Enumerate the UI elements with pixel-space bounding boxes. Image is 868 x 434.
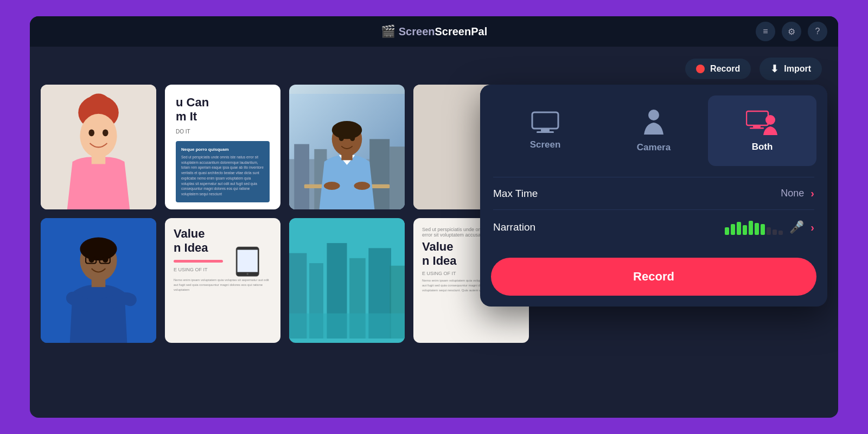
narration-row: Narration 🎤 › — [493, 209, 814, 245]
svg-point-5 — [103, 129, 108, 136]
mode-both-label: Both — [752, 142, 773, 152]
mode-selector: Screen Camera — [480, 85, 827, 177]
svg-rect-43 — [541, 129, 550, 131]
camera-icon — [643, 108, 665, 136]
max-time-label: Max Time — [493, 188, 538, 200]
svg-point-33 — [246, 273, 248, 275]
audio-bar — [767, 227, 771, 235]
audio-bar — [749, 221, 753, 235]
gallery-item-5[interactable] — [41, 218, 156, 343]
settings-button[interactable]: ⚙ — [782, 22, 801, 41]
microphone-icon[interactable]: 🎤 — [789, 220, 804, 234]
office-person-svg — [289, 94, 405, 209]
history-icon: ≡ — [763, 27, 768, 36]
svg-point-16 — [339, 135, 344, 141]
person-male-svg — [41, 218, 156, 343]
svg-point-49 — [765, 115, 775, 125]
lorem-box: Neque porro quisquam Sed ut perspiciatis… — [176, 141, 270, 202]
logo-icon: 🎬 — [381, 24, 395, 39]
svg-rect-32 — [237, 250, 257, 272]
gallery-item-2[interactable]: u Canm It DO IT Neque porro quisquam Sed… — [165, 85, 280, 209]
max-time-value: None — [781, 188, 804, 199]
narration-label: Narration — [493, 221, 535, 233]
help-button[interactable]: ? — [808, 22, 827, 41]
card2-subtitle: DO IT — [176, 129, 270, 135]
main-content: Record ⬇ Import — [30, 47, 838, 418]
svg-rect-41 — [289, 313, 405, 338]
gallery-item-6[interactable]: Valuen Idea E USING OF IT Nemo enim ipsa… — [165, 218, 280, 343]
svg-rect-47 — [753, 126, 761, 127]
titlebar-actions: ≡ ⚙ ? — [756, 22, 827, 41]
mode-screen-button[interactable]: Screen — [491, 95, 599, 166]
svg-rect-30 — [92, 279, 106, 287]
both-icon — [746, 109, 778, 135]
card6-lorem: Nemo enim ipsam voluptatem quia voluptas… — [174, 278, 272, 292]
gear-icon: ⚙ — [788, 27, 795, 37]
narration-controls: 🎤 › — [725, 220, 814, 235]
svg-point-18 — [324, 182, 340, 190]
svg-point-15 — [332, 121, 362, 139]
app-window: 🎬 ScreenScreenPal ≡ ⚙ ? Record — [30, 16, 838, 418]
phone-svg — [223, 245, 272, 278]
recording-panel: Screen Camera — [480, 85, 827, 307]
max-time-value-group: None › — [781, 187, 814, 200]
record-main-label: Record — [633, 270, 674, 283]
svg-point-17 — [350, 135, 355, 141]
audio-bar — [761, 224, 765, 235]
audio-bar — [743, 225, 747, 235]
card2-title: u Canm It — [176, 95, 270, 124]
svg-rect-20 — [341, 154, 352, 160]
svg-rect-6 — [92, 155, 106, 164]
svg-point-4 — [88, 129, 94, 136]
gallery-item-7[interactable] — [289, 218, 405, 343]
mode-camera-label: Camera — [637, 142, 671, 153]
svg-point-26 — [103, 256, 108, 263]
svg-rect-9 — [294, 144, 309, 209]
gallery-item-3[interactable] — [289, 85, 405, 209]
mode-camera-button[interactable]: Camera — [599, 95, 708, 166]
svg-rect-12 — [390, 146, 405, 209]
app-title: ScreenScreenPal — [399, 25, 487, 38]
audio-bar — [755, 223, 759, 235]
svg-rect-48 — [750, 127, 764, 129]
help-icon: ? — [815, 27, 820, 36]
record-main-button[interactable]: Record — [491, 258, 816, 296]
audio-bar — [773, 229, 777, 235]
narration-chevron[interactable]: › — [810, 221, 814, 234]
title-bar: 🎬 ScreenScreenPal ≡ ⚙ ? — [30, 16, 838, 47]
audio-bar — [725, 227, 729, 235]
svg-rect-46 — [746, 111, 768, 125]
max-time-chevron[interactable]: › — [810, 187, 814, 200]
svg-point-2 — [87, 93, 110, 114]
pink-bar — [174, 260, 223, 263]
history-button[interactable]: ≡ — [756, 22, 775, 41]
cityscape-svg — [289, 223, 405, 339]
max-time-row: Max Time None › — [493, 177, 814, 209]
screen-icon — [531, 111, 559, 133]
gallery-item-1[interactable] — [41, 85, 156, 209]
audio-bar — [731, 224, 735, 235]
svg-point-25 — [88, 256, 94, 263]
mode-screen-label: Screen — [530, 139, 561, 150]
svg-rect-42 — [532, 112, 558, 129]
svg-point-19 — [354, 182, 370, 190]
audio-bar — [778, 231, 783, 235]
svg-point-3 — [80, 113, 117, 157]
mode-both-button[interactable]: Both — [708, 95, 816, 166]
app-logo: 🎬 ScreenScreenPal — [381, 24, 487, 39]
svg-point-45 — [648, 110, 659, 120]
audio-bar — [737, 222, 741, 235]
settings-section: Max Time None › Narration 🎤 › — [480, 177, 827, 256]
svg-rect-44 — [537, 131, 554, 133]
gallery-grid: u Canm It DO IT Neque porro quisquam Sed… — [41, 85, 529, 343]
audio-level-bars — [725, 220, 783, 235]
person-female-svg — [41, 85, 156, 209]
